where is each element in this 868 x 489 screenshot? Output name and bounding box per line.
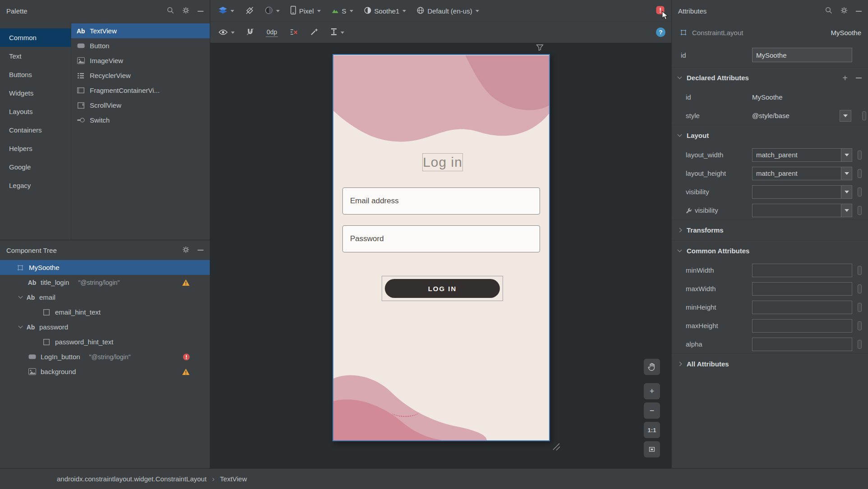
layout_height-combo[interactable]: match_parent (752, 167, 852, 180)
minheight-field[interactable] (752, 301, 852, 314)
breadcrumb-constraintlayout[interactable]: androidx.constraintlayout.widget.Constra… (57, 475, 207, 483)
tools-attribute-pill[interactable] (858, 151, 862, 160)
autoconnect-button[interactable] (246, 28, 254, 37)
default-margin-button[interactable]: 0dp (266, 28, 278, 37)
visibility-combo[interactable] (752, 185, 852, 199)
tools-attribute-pill[interactable] (858, 169, 862, 178)
pack-align-button[interactable] (330, 28, 344, 37)
section-declared-attributes[interactable]: Declared Attributes+ (672, 67, 868, 88)
dropdown-button[interactable] (841, 149, 852, 161)
tree-item-title_login[interactable]: Abtitle_login"@string/login" (0, 275, 210, 290)
maxheight-field[interactable] (752, 319, 852, 333)
theme-select[interactable]: Soothe1 (364, 7, 406, 15)
section-all-attributes[interactable]: All Attributes (672, 353, 868, 374)
password-field-preview[interactable]: Password (342, 225, 540, 252)
resize-handle[interactable] (551, 442, 561, 453)
help-button[interactable]: ? (656, 27, 665, 37)
palette-item-scrollview[interactable]: ScrollView (71, 98, 210, 113)
id-field[interactable] (752, 48, 852, 62)
palette-item-textview[interactable]: AbTextView (71, 23, 210, 38)
minimize-icon[interactable] (198, 250, 203, 251)
zoom-out-button[interactable]: − (644, 402, 660, 419)
palette-item-recyclerview[interactable]: RecyclerView (71, 68, 210, 83)
zoom-fit-button[interactable] (644, 441, 660, 457)
orientation-button[interactable] (245, 6, 254, 16)
tools-attribute-pill[interactable] (858, 187, 862, 197)
dropdown-button[interactable] (841, 204, 852, 217)
palette-category-google[interactable]: Google (0, 158, 71, 176)
infer-constraints-button[interactable] (310, 27, 319, 37)
constraintlayout-icon (679, 29, 688, 36)
palette-components: AbTextViewButtonImageViewRecyclerViewFra… (71, 22, 210, 240)
dropdown-button[interactable] (840, 110, 851, 122)
palette-category-common[interactable]: Common (0, 28, 71, 47)
layout_width-combo[interactable]: match_parent (752, 148, 852, 162)
device-preview[interactable]: Log in Email address Password LOG IN (332, 54, 550, 441)
tools-attribute-pill[interactable] (858, 340, 862, 349)
fragment-icon (76, 87, 86, 93)
tree-item-login_button[interactable]: LogIn_button"@string/login" (0, 349, 210, 364)
minimize-icon[interactable] (856, 11, 862, 12)
pan-button[interactable] (644, 359, 660, 375)
palette-item-label: Button (90, 42, 109, 50)
tree-item-password[interactable]: Abpassword (0, 320, 210, 334)
tools-attribute-pill[interactable] (858, 284, 862, 293)
alpha-field[interactable] (752, 338, 852, 351)
locale-select[interactable]: Default (en-us) (417, 7, 479, 15)
search-icon[interactable] (167, 7, 174, 15)
login-button-preview[interactable]: LOG IN (385, 279, 500, 298)
tree-item-background[interactable]: background (0, 364, 210, 379)
section-common-attributes[interactable]: Common Attributes (672, 240, 868, 261)
filter-icon[interactable] (536, 44, 544, 52)
remove-attribute-button[interactable] (856, 78, 862, 78)
palette-category-buttons[interactable]: Buttons (0, 65, 71, 84)
gear-icon[interactable] (182, 246, 189, 255)
expand-chevron-icon[interactable] (18, 294, 23, 299)
design-canvas[interactable]: Log in Email address Password LOG IN + −… (210, 43, 671, 468)
palette-category-containers[interactable]: Containers (0, 121, 71, 139)
visibility-combo[interactable] (752, 204, 852, 217)
palette-category-legacy[interactable]: Legacy (0, 176, 71, 195)
api-level-select[interactable]: S (332, 7, 353, 15)
tree-item-mysoothe[interactable]: MySoothe (0, 260, 210, 275)
dropdown-button[interactable] (841, 186, 852, 198)
tools-attribute-pill[interactable] (858, 303, 862, 312)
add-attribute-button[interactable]: + (842, 73, 848, 82)
clear-constraints-button[interactable] (290, 28, 298, 37)
palette-category-widgets[interactable]: Widgets (0, 84, 71, 102)
palette-item-switch[interactable]: Switch (71, 113, 210, 128)
palette-item-button[interactable]: Button (71, 38, 210, 53)
dropdown-button[interactable] (841, 167, 852, 180)
view-options-button[interactable] (218, 29, 235, 37)
tree-item-password_hint_text[interactable]: password_hint_text (0, 334, 210, 349)
palette-item-imageview[interactable]: ImageView (71, 53, 210, 68)
title-login-textview[interactable]: Log in (422, 153, 463, 171)
palette-category-layouts[interactable]: Layouts (0, 102, 71, 121)
tools-attribute-pill[interactable] (862, 111, 866, 120)
zoom-actual-button[interactable]: 1:1 (644, 422, 660, 438)
zoom-in-button[interactable]: + (644, 383, 660, 399)
minimize-icon[interactable] (198, 11, 203, 12)
palette-item-fragmentcontainervi[interactable]: FragmentContainerVi... (71, 83, 210, 98)
tools-attribute-pill[interactable] (858, 321, 862, 330)
tree-item-email_hint_text[interactable]: email_hint_text (0, 305, 210, 320)
tree-item-email[interactable]: Abemail (0, 290, 210, 305)
night-mode-select[interactable] (265, 6, 280, 16)
email-field-preview[interactable]: Email address (342, 187, 540, 215)
palette-category-helpers[interactable]: Helpers (0, 139, 71, 158)
search-icon[interactable] (825, 7, 832, 15)
gear-icon[interactable] (840, 7, 848, 15)
palette-category-text[interactable]: Text (0, 47, 71, 65)
tools-attribute-pill[interactable] (858, 206, 862, 215)
section-transforms[interactable]: Transforms (672, 219, 868, 240)
minwidth-field[interactable] (752, 264, 852, 277)
breadcrumb-textview[interactable]: TextView (220, 475, 247, 483)
device-select[interactable]: Pixel (291, 6, 321, 16)
maxwidth-field[interactable] (752, 282, 852, 296)
expand-chevron-icon[interactable] (18, 324, 23, 329)
attr-label: minHeight (686, 303, 716, 311)
gear-icon[interactable] (182, 7, 189, 15)
tools-attribute-pill[interactable] (858, 266, 862, 275)
section-layout[interactable]: Layout (672, 125, 868, 146)
design-mode-select[interactable] (218, 6, 234, 15)
